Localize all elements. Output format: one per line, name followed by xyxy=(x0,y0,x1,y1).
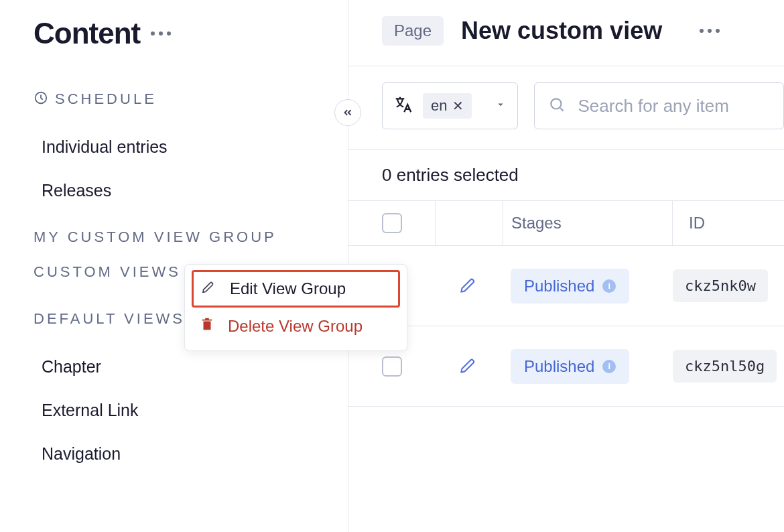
svg-point-1 xyxy=(551,98,562,109)
select-all-cell xyxy=(348,201,436,245)
id-chip: ckz5nk0w xyxy=(673,269,768,302)
delete-view-group-label: Delete View Group xyxy=(228,317,363,336)
selection-status: 0 entries selected xyxy=(348,150,784,200)
close-icon[interactable]: ✕ xyxy=(452,98,464,114)
id-column-header: ID xyxy=(673,201,784,245)
language-chip-label: en xyxy=(431,97,447,115)
language-select[interactable]: en ✕ xyxy=(382,82,518,129)
search-icon xyxy=(548,96,566,116)
schedule-label: SCHEDULE xyxy=(55,90,157,108)
table-header: Stages ID xyxy=(348,200,784,246)
clock-icon xyxy=(34,90,48,108)
row-checkbox[interactable] xyxy=(382,356,402,377)
search-box[interactable] xyxy=(534,82,784,129)
filters-row: en ✕ xyxy=(348,66,784,150)
pencil-icon xyxy=(202,279,216,298)
default-views-label: DEFAULT VIEWS xyxy=(34,310,185,328)
table-row[interactable]: Published i ckz5nl50g xyxy=(348,326,784,407)
info-icon: i xyxy=(602,279,616,293)
language-chip: en ✕ xyxy=(423,93,472,119)
view-more-icon[interactable] xyxy=(700,29,720,33)
edit-column-header xyxy=(436,201,503,245)
delete-view-group-item[interactable]: Delete View Group xyxy=(185,308,407,345)
view-title: New custom view xyxy=(461,17,662,45)
sidebar-item-chapter[interactable]: Chapter xyxy=(34,345,348,389)
status-badge: Published i xyxy=(511,349,629,384)
status-badge: Published i xyxy=(511,269,629,304)
search-input[interactable] xyxy=(578,96,770,117)
my-custom-group-label: MY CUSTOM VIEW GROUP xyxy=(34,228,277,246)
sidebar-item-external-link[interactable]: External Link xyxy=(34,389,348,432)
sidebar-title-row: Content xyxy=(34,17,348,50)
sidebar-item-individual-entries[interactable]: Individual entries xyxy=(34,125,348,169)
schedule-section-header: SCHEDULE xyxy=(34,90,348,108)
context-menu: Edit View Group Delete View Group xyxy=(184,264,407,351)
info-icon: i xyxy=(602,360,616,373)
trash-icon xyxy=(200,317,214,336)
main-header: Page New custom view xyxy=(348,0,784,66)
translate-icon xyxy=(393,94,413,117)
more-icon[interactable] xyxy=(151,31,171,36)
edit-view-group-label: Edit View Group xyxy=(230,279,346,298)
page-badge: Page xyxy=(382,16,444,46)
my-custom-group-header: MY CUSTOM VIEW GROUP xyxy=(34,228,348,246)
select-all-checkbox[interactable] xyxy=(382,213,402,233)
status-label: Published xyxy=(524,357,594,376)
id-chip: ckz5nl50g xyxy=(673,350,777,383)
sidebar-item-navigation[interactable]: Navigation xyxy=(34,432,348,476)
edit-view-group-item[interactable]: Edit View Group xyxy=(192,270,400,308)
edit-row-button[interactable] xyxy=(460,275,478,297)
table-row[interactable]: Published i ckz5nk0w xyxy=(348,246,784,326)
stages-column-header: Stages xyxy=(503,201,673,245)
chevron-down-icon xyxy=(481,98,507,113)
status-label: Published xyxy=(524,277,594,295)
page-title: Content xyxy=(34,17,140,50)
custom-views-label: CUSTOM VIEWS xyxy=(34,263,181,281)
sidebar-item-releases[interactable]: Releases xyxy=(34,169,348,212)
edit-row-button[interactable] xyxy=(460,356,478,377)
main-content: Page New custom view en ✕ 0 entries sele… xyxy=(348,0,784,532)
